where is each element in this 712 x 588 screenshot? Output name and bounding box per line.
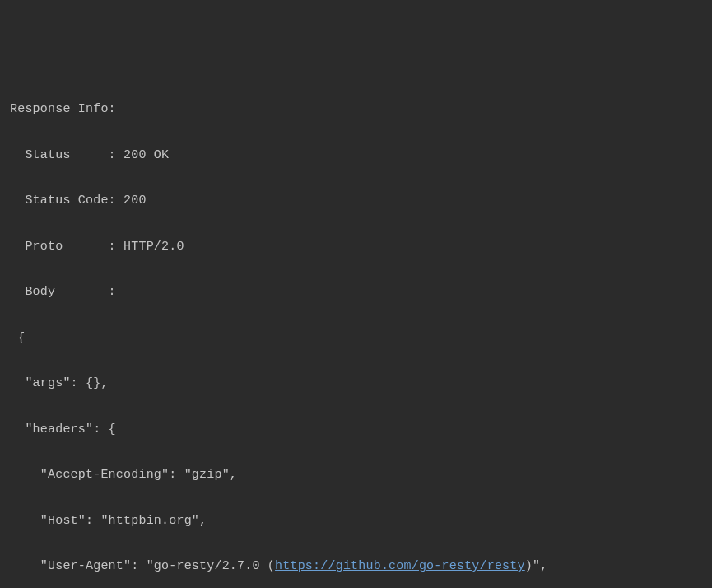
proto-row: Proto : HTTP/2.0	[10, 236, 702, 259]
status-code-label: Status Code:	[10, 194, 116, 208]
body-host: "Host": "httpbin.org",	[10, 510, 702, 533]
user-agent-suffix: )",	[525, 559, 548, 573]
user-agent-prefix: "User-Agent": "go-resty/2.7.0 (	[10, 559, 275, 573]
status-code-row: Status Code: 200	[10, 189, 702, 212]
body-accept-encoding: "Accept-Encoding": "gzip",	[10, 464, 702, 487]
response-section-title: Response Info:	[10, 98, 702, 121]
status-code-value: 200	[116, 194, 147, 208]
status-value: 200 OK	[116, 148, 169, 162]
user-agent-link[interactable]: https://github.com/go-resty/resty	[275, 559, 525, 573]
body-headers-open: "headers": {	[10, 418, 702, 441]
proto-label: Proto :	[10, 240, 116, 254]
body-open-brace: {	[10, 327, 702, 350]
body-args: "args": {},	[10, 372, 702, 395]
status-label: Status :	[10, 148, 116, 162]
status-row: Status : 200 OK	[10, 144, 702, 167]
body-label-row: Body :	[10, 281, 702, 304]
proto-value: HTTP/2.0	[116, 240, 184, 254]
body-label: Body :	[10, 285, 116, 299]
body-user-agent: "User-Agent": "go-resty/2.7.0 (https://g…	[10, 555, 702, 578]
